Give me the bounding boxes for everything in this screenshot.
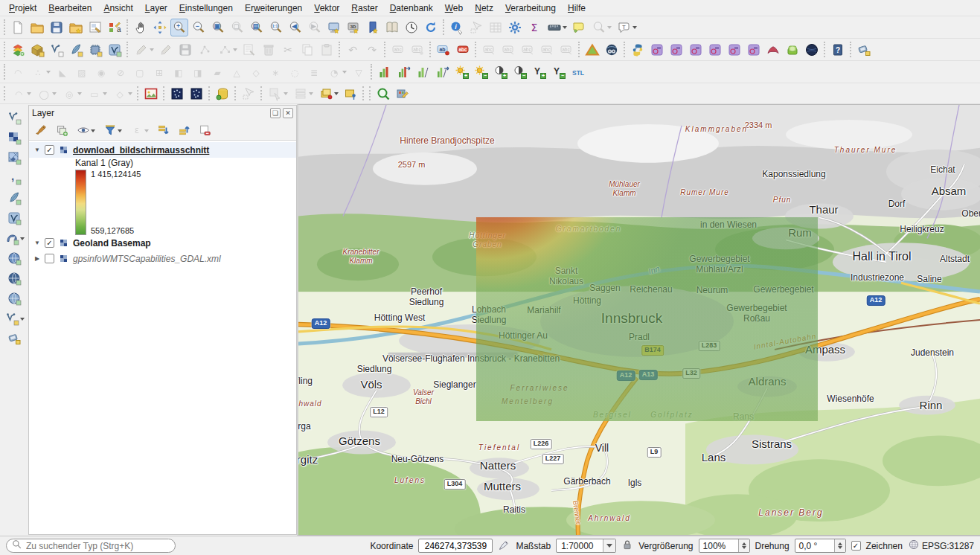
plugin-lessons[interactable]: [764, 41, 782, 59]
menu-erweiterungen[interactable]: Erweiterungen: [239, 1, 308, 16]
merge-feature-attributes-dropdown-icon[interactable]: [342, 71, 347, 76]
add-wfs-layer[interactable]: [5, 289, 23, 307]
layer-tree[interactable]: ▼✓download_bildschirmausschnittKanal 1 (…: [29, 140, 296, 534]
add-gpx-layer[interactable]: [5, 189, 23, 207]
measure-line-dropdown-icon[interactable]: [563, 26, 567, 31]
add-vector-layer[interactable]: [5, 109, 23, 126]
decrease-brightness[interactable]: −: [473, 63, 490, 81]
add-postgis-layer[interactable]: [2, 229, 26, 247]
plugin-power-layer[interactable]: [667, 41, 685, 59]
gps-connect[interactable]: [5, 330, 23, 347]
new-shapefile-layer[interactable]: [48, 41, 65, 59]
new-geopackage-layer[interactable]: [28, 41, 46, 59]
offline-editing[interactable]: [214, 85, 231, 103]
menu-netz[interactable]: Netz: [469, 1, 499, 16]
menu-vektor[interactable]: Vektor: [308, 1, 345, 16]
zoom-last[interactable]: ◀: [286, 19, 304, 36]
pan-to-selection[interactable]: [151, 19, 169, 36]
digitize-ellipse-dropdown-icon[interactable]: [77, 92, 82, 97]
metasearch-catalog[interactable]: [603, 41, 621, 59]
increase-gamma[interactable]: Y+: [531, 63, 548, 81]
pan-map[interactable]: [132, 19, 150, 36]
add-raster-layer[interactable]: [5, 129, 23, 147]
menu-layer[interactable]: Layer: [139, 1, 173, 16]
point-pattern-tool-1[interactable]: [168, 85, 186, 103]
layer-item-download_bildschirmausschnitt[interactable]: ▼✓download_bildschirmausschnitt: [29, 142, 296, 158]
save-project-as[interactable]: [67, 19, 85, 36]
layer-visibility-checkbox[interactable]: ✓: [45, 238, 54, 248]
statistical-summary[interactable]: Σ: [525, 19, 543, 36]
raster-selection-tools-dropdown-icon[interactable]: [284, 92, 288, 97]
highlight-pinned-labels[interactable]: ab: [435, 41, 452, 59]
show-unplaced-labels[interactable]: abc: [454, 41, 472, 59]
osm-place-search[interactable]: [374, 85, 392, 103]
scale-combobox[interactable]: 1:70000: [556, 539, 616, 553]
magnifier-step-down[interactable]: [739, 546, 749, 553]
georeferencer[interactable]: [142, 85, 160, 103]
open-project[interactable]: [28, 19, 46, 36]
new-print-layout[interactable]: [86, 19, 104, 36]
zoom-full-extent[interactable]: ▣: [209, 19, 227, 36]
plugin-multi-tool[interactable]: [706, 41, 724, 59]
zoom-to-layer[interactable]: ▤: [248, 19, 266, 36]
zoom-native-resolution[interactable]: 1:1: [267, 19, 285, 36]
filter-legend[interactable]: [100, 121, 124, 139]
close-panel-button[interactable]: ✕: [283, 108, 293, 118]
add-wms-wmts-layer[interactable]: [5, 249, 23, 267]
crs-status[interactable]: EPSG:31287: [922, 541, 974, 551]
filter-legend-dropdown-icon[interactable]: [118, 129, 122, 135]
new-shapefile-layer-dropdown-icon[interactable]: [20, 318, 25, 323]
full-cumulative-cut-stretch[interactable]: [434, 63, 452, 81]
refresh-map[interactable]: [422, 19, 440, 36]
new-spatial-bookmark[interactable]: [364, 19, 382, 36]
search-input[interactable]: [26, 541, 170, 551]
stl-export[interactable]: STL: [569, 63, 587, 81]
digitize-regular-polygon-dropdown-icon[interactable]: [128, 92, 132, 97]
decrease-gamma[interactable]: Y−: [550, 63, 568, 81]
menu-datenbank[interactable]: Datenbank: [384, 1, 439, 16]
float-panel-button[interactable]: ❏: [270, 108, 281, 118]
current-edits-dropdown-icon[interactable]: [150, 48, 154, 54]
layer-expander-icon[interactable]: ▶: [33, 255, 41, 262]
open-layer-styling-panel[interactable]: [32, 121, 50, 139]
new-project[interactable]: [9, 19, 27, 36]
grass-tools[interactable]: [583, 41, 601, 59]
save-project[interactable]: [48, 19, 65, 36]
digitize-circle-dropdown-icon[interactable]: [52, 92, 57, 97]
text-annotation-dropdown-icon[interactable]: [632, 26, 637, 31]
plugin-power-tool[interactable]: [648, 41, 666, 59]
lock-scale-icon[interactable]: [621, 539, 633, 553]
crs-globe-icon[interactable]: [908, 539, 920, 553]
plugin-web-globe[interactable]: [803, 41, 821, 59]
rotation-step-up[interactable]: [835, 539, 845, 546]
scale-dropdown-button[interactable]: [603, 539, 615, 552]
render-checkbox[interactable]: ✓: [851, 541, 861, 551]
layer-item-Geoland Basemap[interactable]: ▼✓Geoland Basemap: [29, 235, 296, 251]
menu-ansicht[interactable]: Ansicht: [97, 1, 138, 16]
map-canvas[interactable]: 2334 mHintere Brandjochspitze2597 mKlamm…: [298, 104, 980, 536]
digitize-with-curve-dropdown-icon[interactable]: [27, 92, 31, 97]
map-tips[interactable]: [570, 19, 588, 36]
quickmapservices[interactable]: [784, 41, 801, 59]
plugin-power-clip[interactable]: [687, 41, 705, 59]
menu-web[interactable]: Web: [439, 1, 469, 16]
magnifier-spinbox[interactable]: 100%: [699, 539, 750, 553]
point-pattern-tool-2[interactable]: [188, 85, 205, 103]
vertex-tool-dropdown-icon[interactable]: [233, 48, 237, 54]
add-mesh-layer[interactable]: [5, 149, 23, 167]
filter-by-expression-dropdown-icon[interactable]: [144, 129, 149, 135]
menu-einstellungen[interactable]: Einstellungen: [173, 1, 239, 16]
new-gpx-layer[interactable]: [67, 41, 85, 59]
local-cumulative-cut-stretch[interactable]: [414, 63, 432, 81]
plugin-paste-in-place[interactable]: [726, 41, 743, 59]
style-manager[interactable]: a: [106, 19, 124, 36]
plugin-clip-tool[interactable]: [745, 41, 763, 59]
new-3d-map-view[interactable]: 3D: [345, 19, 362, 36]
python-console[interactable]: [629, 41, 647, 59]
layer-copy-tools-dropdown-icon[interactable]: [334, 92, 339, 97]
add-virtual-layer[interactable]: [5, 209, 23, 227]
open-data-source-manager[interactable]: [9, 41, 27, 59]
layer-item-gpsinfoWMTSCapabilities_GDAL.xml[interactable]: ▶gpsinfoWMTSCapabilities_GDAL.xml: [29, 251, 296, 266]
manage-map-themes-dropdown-icon[interactable]: [91, 129, 95, 135]
rotation-spinbox[interactable]: 0,0 °: [795, 539, 846, 553]
